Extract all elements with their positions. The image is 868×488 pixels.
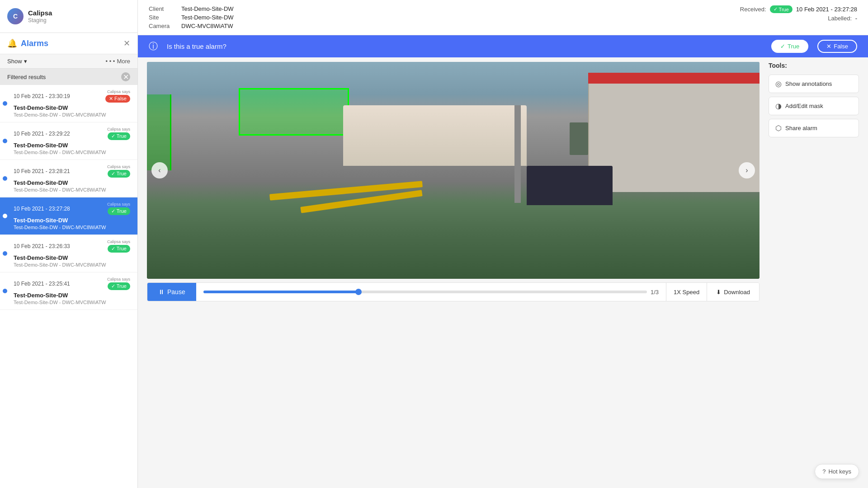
prev-frame-button[interactable]: ‹ — [151, 162, 168, 178]
alarm-time: 10 Feb 2021 - 23:28:21 — [14, 168, 70, 174]
alarm-site-name: Test-Demo-Site-DW — [14, 142, 130, 149]
alarm-list-item[interactable]: 10 Feb 2021 - 23:29:22Calipsa says✓ True… — [0, 122, 137, 160]
calipsa-says-label: Calipsa says — [107, 164, 130, 169]
calipsa-says-label: Calipsa says — [107, 202, 130, 206]
alarm-badge-group: Calipsa says✓ True — [107, 202, 130, 215]
alarm-site-name: Test-Demo-Site-DW — [14, 254, 130, 261]
progress-track[interactable] — [203, 291, 647, 293]
alarm-camera-name: Test-Demo-Site-DW - DWC-MVC8WiATW — [14, 112, 130, 117]
add-edit-mask-button[interactable]: ◑ Add/Edit mask — [769, 97, 859, 115]
alarm-list-item[interactable]: 10 Feb 2021 - 23:27:28Calipsa says✓ True… — [0, 197, 137, 235]
tools-title: Tools: — [769, 62, 859, 69]
progress-thumb — [355, 289, 362, 295]
clear-filter-button[interactable]: ✕ — [121, 72, 130, 81]
alarm-time: 10 Feb 2021 - 23:27:28 — [14, 206, 70, 212]
alarm-badge: ✓ True — [108, 132, 130, 140]
building-roof — [588, 73, 760, 84]
alarm-camera-name: Test-Demo-Site-DW - DWC-MVC8WiATW — [14, 225, 130, 230]
show-annotations-button[interactable]: ◎ Show annotations — [769, 75, 859, 93]
alarm-list-item[interactable]: 10 Feb 2021 - 23:26:33Calipsa says✓ True… — [0, 235, 137, 272]
alarm-status-dot — [3, 101, 7, 106]
speed-button[interactable]: 1X Speed — [666, 283, 707, 301]
pause-icon: ⏸ — [158, 288, 165, 296]
alarm-question-bar: ⓘ Is this a true alarm? ✓ True ✕ False — [138, 35, 868, 57]
detection-box-left — [147, 94, 171, 170]
alarm-time: 10 Feb 2021 - 23:25:41 — [14, 281, 70, 287]
site-row: Site Test-Demo-Site-DW — [149, 14, 234, 21]
alarm-site-name: Test-Demo-Site-DW — [14, 217, 130, 224]
alarm-list-item[interactable]: 10 Feb 2021 - 23:25:41Calipsa says✓ True… — [0, 272, 137, 310]
received-label: Received: — [740, 6, 766, 13]
calipsa-says-label: Calipsa says — [107, 239, 130, 244]
alarm-list-item[interactable]: 10 Feb 2021 - 23:28:21Calipsa says✓ True… — [0, 160, 137, 197]
alarm-badge: ✓ True — [108, 207, 130, 215]
received-time: 10 Feb 2021 - 23:27:28 — [796, 6, 857, 13]
alarm-top-row: 10 Feb 2021 - 23:30:19Calipsa says✕ Fals… — [10, 89, 130, 103]
alarm-top-row: 10 Feb 2021 - 23:28:21Calipsa says✓ True — [10, 164, 130, 178]
app-title-group: Calipsa Staging — [28, 9, 52, 23]
alarm-status-dot — [3, 251, 7, 256]
alarm-badge: ✓ True — [108, 170, 130, 178]
progress-fill — [203, 291, 359, 293]
alarm-badge-group: Calipsa says✓ True — [107, 164, 130, 178]
main-content: Client Test-Demo-Site-DW Site Test-Demo-… — [138, 0, 868, 488]
checkmark-icon: ✓ — [774, 6, 778, 12]
info-right: Received: ✓ True 10 Feb 2021 - 23:27:28 … — [740, 5, 857, 22]
share-icon: ⬡ — [775, 124, 782, 132]
info-left: Client Test-Demo-Site-DW Site Test-Demo-… — [149, 5, 234, 29]
ellipsis-icon: • • • — [105, 58, 115, 65]
alarms-title: 🔔 Alarms — [7, 38, 48, 48]
alarm-time: 10 Feb 2021 - 23:29:22 — [14, 131, 70, 137]
calipsa-says-label: Calipsa says — [107, 277, 130, 282]
info-bar: Client Test-Demo-Site-DW Site Test-Demo-… — [138, 0, 868, 35]
building — [588, 73, 760, 192]
share-alarm-button[interactable]: ⬡ Share alarm — [769, 119, 859, 137]
app-name: Calipsa — [28, 9, 52, 17]
alarm-camera-name: Test-Demo-Site-DW - DWC-MVC8WiATW — [14, 300, 130, 305]
next-frame-button[interactable]: › — [739, 162, 755, 178]
alarm-camera-name: Test-Demo-Site-DW - DWC-MVC8WiATW — [14, 187, 130, 192]
client-label: Client — [149, 5, 176, 12]
more-options-button[interactable]: • • • More — [105, 58, 130, 65]
alarm-badge-group: Calipsa says✓ True — [107, 239, 130, 253]
alarms-header: 🔔 Alarms ✕ — [0, 33, 137, 54]
alarm-status-dot — [3, 289, 7, 293]
x-icon: ✕ — [826, 43, 831, 50]
alarm-badge-group: Calipsa says✕ False — [105, 89, 130, 103]
tools-panel: Tools: ◎ Show annotations ◑ Add/Edit mas… — [769, 62, 859, 483]
alarm-top-row: 10 Feb 2021 - 23:25:41Calipsa says✓ True — [10, 277, 130, 290]
filtered-results-label: Filtered results — [7, 74, 46, 80]
alarm-list-item[interactable]: 10 Feb 2021 - 23:30:19Calipsa says✕ Fals… — [0, 85, 137, 122]
alarm-time: 10 Feb 2021 - 23:26:33 — [14, 243, 70, 249]
download-icon: ⬇ — [716, 289, 721, 296]
video-area: ‹ › ⏸ Pause 1/3 1X Speed — [138, 57, 868, 488]
alarm-top-row: 10 Feb 2021 - 23:29:22Calipsa says✓ True — [10, 127, 130, 140]
filtered-results-bar: Filtered results ✕ — [0, 69, 137, 85]
info-circle-icon: ⓘ — [149, 40, 158, 52]
check-icon: ✓ — [780, 43, 785, 50]
alarm-top-row: 10 Feb 2021 - 23:26:33Calipsa says✓ True — [10, 239, 130, 253]
close-sidebar-button[interactable]: ✕ — [123, 38, 130, 48]
dark-vehicle — [527, 166, 613, 205]
alarm-badge: ✓ True — [108, 245, 130, 253]
true-alarm-button[interactable]: ✓ True — [771, 40, 808, 53]
bell-icon: 🔔 — [7, 38, 17, 48]
download-button[interactable]: ⬇ Download — [707, 283, 759, 301]
show-filter-button[interactable]: Show ▾ — [7, 58, 27, 65]
false-alarm-button[interactable]: ✕ False — [817, 40, 857, 53]
site-label: Site — [149, 14, 176, 21]
app-header: C Calipsa Staging — [0, 0, 137, 33]
alarm-camera-name: Test-Demo-Site-DW - DWC-MVC8WiATW — [14, 262, 130, 267]
pause-button[interactable]: ⏸ Pause — [147, 283, 196, 301]
frame-count: 1/3 — [651, 289, 659, 296]
app-subtitle: Staging — [28, 17, 52, 23]
camera-scene — [147, 62, 760, 279]
received-row: Received: ✓ True 10 Feb 2021 - 23:27:28 — [740, 5, 857, 13]
received-badge: ✓ True — [770, 5, 793, 13]
video-wrapper: ‹ › ⏸ Pause 1/3 1X Speed — [147, 62, 760, 483]
alarm-status-dot — [3, 139, 7, 143]
pole — [514, 105, 521, 203]
alarm-site-name: Test-Demo-Site-DW — [14, 292, 130, 299]
hot-keys-button[interactable]: ? Hot keys — [815, 464, 859, 479]
camera-row: Camera DWC-MVC8WiATW — [149, 23, 234, 29]
